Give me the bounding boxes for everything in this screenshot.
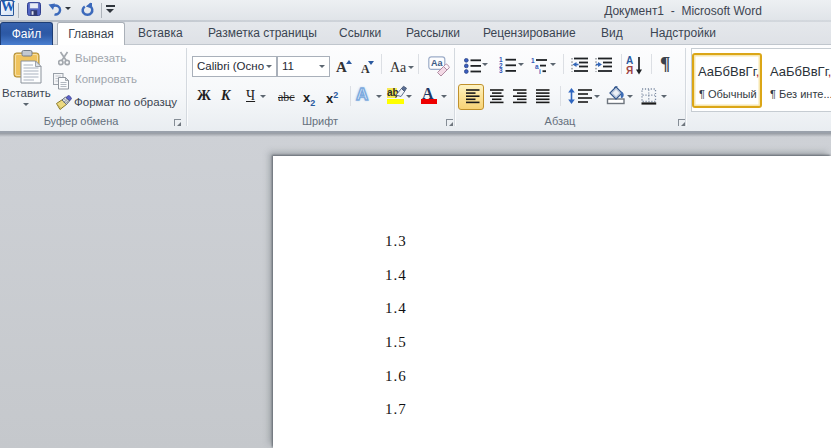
svg-text:3: 3	[499, 67, 503, 73]
svg-text:i: i	[539, 68, 541, 74]
svg-text:Аа: Аа	[431, 58, 444, 68]
svg-text:Я: Я	[626, 65, 633, 76]
